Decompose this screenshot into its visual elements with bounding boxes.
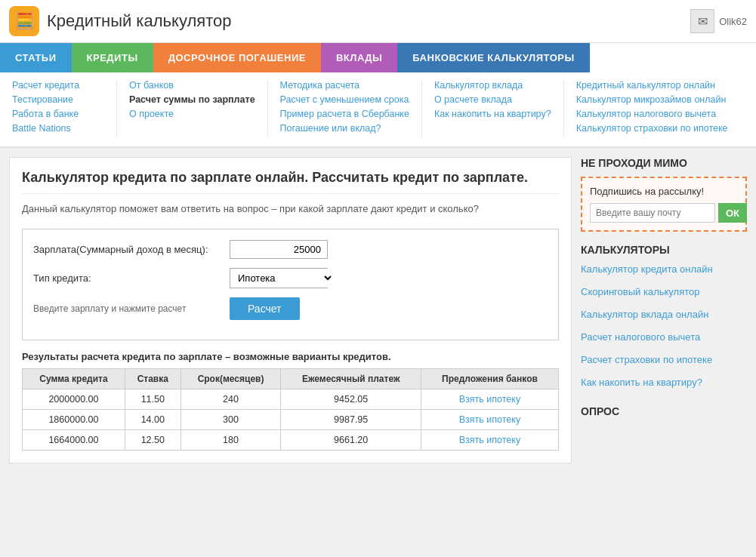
menu-link-save-apartment[interactable]: Как накопить на квартиру? [434, 109, 551, 119]
sidebar-calc-item: Как накопить на квартиру? [581, 377, 747, 393]
cell-rate: 12.50 [125, 429, 181, 450]
nav-item-credits[interactable]: КРЕДИТЫ [72, 43, 153, 72]
header: 🧮 Кредитный калькулятор ✉ Olik62 [0, 0, 756, 43]
table-row: 2000000.00 11.50 240 9452.05 Взять ипоте… [23, 389, 559, 409]
menu-link-payment-or-deposit[interactable]: Погашение или вклад? [280, 123, 409, 134]
menu-link-reduce-term[interactable]: Расчет с уменьшением срока [280, 94, 409, 105]
calculator-form: Зарплата(Суммарный доход в месяц): Тип к… [22, 229, 559, 340]
mortgage-link[interactable]: Взять ипотеку [459, 435, 520, 445]
cell-term: 240 [181, 389, 281, 409]
username: Olik62 [719, 16, 747, 27]
menu-link-from-banks[interactable]: От банков [129, 80, 255, 91]
table-row: 1860000.00 14.00 300 9987.95 Взять ипоте… [23, 409, 559, 429]
menu-col-4: Калькулятор вклада О расчете вклада Как … [422, 80, 564, 137]
cell-payment: 9987.95 [281, 409, 421, 429]
menu-link-tax-deduction-calc[interactable]: Калькулятор налогового вычета [576, 109, 728, 119]
menu-col-2: От банков Расчет суммы по зарплате О про… [117, 80, 268, 137]
menu-link-insurance-calc[interactable]: Калькулятор страховки по ипотеке [576, 123, 728, 134]
cell-sum: 2000000.00 [23, 389, 125, 409]
sidebar-calc-item: Калькулятор кредита онлайн [581, 263, 747, 281]
opros-title: ОПРОС [581, 405, 747, 417]
cell-link[interactable]: Взять ипотеку [421, 409, 558, 429]
user-icon: ✉ [690, 9, 714, 33]
credit-type-label: Тип кредита: [33, 272, 230, 284]
header-user: ✉ Olik62 [690, 9, 747, 33]
sidebar-calc-link-5[interactable]: Как накопить на квартиру? [581, 377, 702, 388]
table-header-row: Сумма кредита Ставка Срок(месяцев) Ежеме… [23, 368, 559, 389]
cell-sum: 1860000.00 [23, 409, 125, 429]
calculators-title: КАЛЬКУЛЯТОРЫ [581, 244, 747, 256]
cell-payment: 9452.05 [281, 389, 421, 409]
newsletter-submit-button[interactable]: ОК [718, 203, 747, 223]
opros-section: ОПРОС [581, 405, 747, 417]
header-title: Кредитный калькулятор [47, 11, 231, 31]
menu-link-calc-credit[interactable]: Расчет кредита [12, 80, 104, 91]
results-title: Результаты расчета кредита по зарплате –… [22, 351, 559, 362]
menu-area: Расчет кредита Тестирование Работа в бан… [0, 72, 756, 148]
newsletter-box: Подпишись на рассылку! ОК [581, 177, 747, 232]
newsletter-title: НЕ ПРОХОДИ МИМО [581, 157, 747, 169]
calculators-list: Калькулятор кредита онлайнСкоринговый ка… [581, 263, 747, 393]
menu-link-microloan-calc[interactable]: Калькулятор микрозаймов онлайн [576, 94, 728, 105]
cell-payment: 9661.20 [281, 429, 421, 450]
cell-sum: 1664000.00 [23, 429, 125, 450]
mortgage-link[interactable]: Взять ипотеку [459, 414, 520, 425]
hint-row: Введите зарплату и нажмите расчет Расчет [33, 297, 548, 320]
newsletter-section: НЕ ПРОХОДИ МИМО Подпишись на рассылку! О… [581, 157, 747, 232]
cell-term: 300 [181, 409, 281, 429]
sidebar-calc-link-1[interactable]: Скоринговый калькулятор [581, 286, 699, 297]
mortgage-link[interactable]: Взять ипотеку [459, 394, 520, 405]
nav-item-deposits[interactable]: ВКЛАДЫ [321, 43, 397, 72]
newsletter-input[interactable] [590, 203, 715, 223]
main-content: Калькулятор кредита по зарплате онлайн. … [9, 157, 572, 463]
credit-type-select-wrapper: Ипотека Потребительский Автокредит [230, 268, 328, 288]
col-header-offers: Предложения банков [421, 368, 558, 389]
salary-row: Зарплата(Суммарный доход в месяц): [33, 240, 548, 259]
nav-item-early-payment[interactable]: ДОСРОЧНОЕ ПОГАШЕНИЕ [153, 43, 321, 72]
menu-link-testing[interactable]: Тестирование [12, 94, 104, 105]
newsletter-row: ОК [590, 203, 738, 223]
menu-link-about[interactable]: О проекте [129, 109, 255, 119]
col-header-sum: Сумма кредита [23, 368, 125, 389]
menu-link-work-bank[interactable]: Работа в банке [12, 109, 104, 119]
newsletter-label: Подпишись на рассылку! [590, 186, 738, 197]
cell-term: 180 [181, 429, 281, 450]
cell-link[interactable]: Взять ипотеку [421, 389, 558, 409]
credit-type-select[interactable]: Ипотека Потребительский Автокредит [230, 269, 334, 288]
menu-link-calc-salary[interactable]: Расчет суммы по зарплате [129, 94, 255, 105]
menu-link-method[interactable]: Методика расчета [280, 80, 409, 91]
nav-bar: СТАТЬИ КРЕДИТЫ ДОСРОЧНОЕ ПОГАШЕНИЕ ВКЛАД… [0, 43, 756, 72]
cell-rate: 14.00 [125, 409, 181, 429]
menu-link-about-deposit[interactable]: О расчете вклада [434, 94, 551, 105]
main-layout: Калькулятор кредита по зарплате онлайн. … [0, 148, 756, 472]
nav-item-articles[interactable]: СТАТЬИ [0, 43, 72, 72]
credit-type-row: Тип кредита: Ипотека Потребительский Авт… [33, 268, 548, 288]
header-left: 🧮 Кредитный калькулятор [9, 6, 231, 36]
menu-link-battle-nations[interactable]: Battle Nations [12, 123, 104, 134]
menu-col-5: Кредитный калькулятор онлайн Калькулятор… [564, 80, 740, 137]
calc-hint: Введите зарплату и нажмите расчет [33, 303, 230, 314]
menu-link-sberbank-example[interactable]: Пример расчета в Сбербанке [280, 109, 409, 119]
menu-col-1: Расчет кредита Тестирование Работа в бан… [0, 80, 117, 137]
sidebar-calc-item: Расчет налогового вычета [581, 331, 747, 349]
cell-link[interactable]: Взять ипотеку [421, 429, 558, 450]
cell-rate: 11.50 [125, 389, 181, 409]
app-icon: 🧮 [9, 6, 39, 36]
col-header-term: Срок(месяцев) [181, 368, 281, 389]
page-desc: Данный калькулятор поможет вам ответить … [22, 202, 559, 217]
sidebar-calc-item: Калькулятор вклада онлайн [581, 309, 747, 326]
sidebar-calc-link-2[interactable]: Калькулятор вклада онлайн [581, 309, 708, 320]
menu-link-credit-online[interactable]: Кредитный калькулятор онлайн [576, 80, 728, 91]
salary-label: Зарплата(Суммарный доход в месяц): [33, 244, 230, 255]
col-header-rate: Ставка [125, 368, 181, 389]
menu-col-3: Методика расчета Расчет с уменьшением ср… [268, 80, 422, 137]
salary-input[interactable] [230, 240, 328, 259]
sidebar-calc-link-3[interactable]: Расчет налогового вычета [581, 331, 700, 343]
sidebar-calc-link-0[interactable]: Калькулятор кредита онлайн [581, 263, 713, 275]
sidebar-calc-link-4[interactable]: Расчет страховки по ипотеке [581, 354, 712, 365]
menu-link-deposit-calc[interactable]: Калькулятор вклада [434, 80, 551, 91]
col-header-payment: Ежемесячный платеж [281, 368, 421, 389]
calculate-button[interactable]: Расчет [230, 297, 300, 320]
nav-item-bank-calcs[interactable]: БАНКОВСКИЕ КАЛЬКУЛЯТОРЫ [397, 43, 589, 72]
sidebar-calc-item: Скоринговый калькулятор [581, 286, 747, 303]
